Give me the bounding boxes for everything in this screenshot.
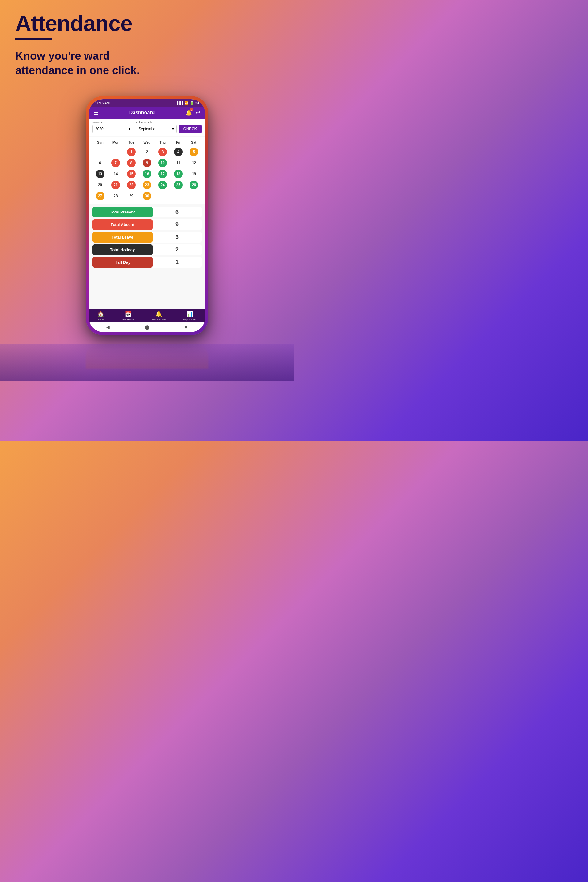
calendar-day[interactable]: 17 (155, 169, 170, 179)
calendar-day[interactable]: 21 (108, 180, 123, 190)
calendar-day[interactable] (155, 191, 170, 201)
day-thu: Thu (154, 140, 170, 146)
home-button[interactable]: ⬤ (145, 325, 150, 330)
phone-outer: 11:15 AM ▐▐▐ 📶 🔋 23 ☰ Dashboard 🔔 (86, 96, 208, 335)
calendar-day[interactable]: 27 (93, 191, 108, 201)
stat-value: 1 (153, 259, 201, 266)
stat-row: Half Day1 (93, 257, 201, 268)
page-wrapper: Attendance Know you're ward attendance i… (0, 0, 294, 441)
calendar-day[interactable]: 3 (155, 147, 170, 157)
bottom-nav-icon: 📊 (186, 311, 193, 318)
recent-button[interactable]: ■ (185, 325, 188, 330)
bottom-nav: 🏠Home📅Attendance🔔Notice Board📊Report Car… (89, 309, 205, 322)
bottom-nav-icon: 📅 (124, 311, 131, 318)
year-value: 2020 (95, 127, 104, 131)
calendar-day[interactable]: 9 (140, 158, 154, 168)
bottom-nav-label: Attendance (122, 318, 134, 321)
stat-value: 3 (153, 234, 201, 240)
calendar-day[interactable]: 16 (140, 169, 154, 179)
bottom-nav-icon: 🏠 (98, 311, 104, 318)
calendar-day[interactable]: 11 (171, 158, 186, 168)
check-button[interactable]: CHECK (179, 124, 201, 133)
stat-row: Total Absent9 (93, 219, 201, 230)
calendar: Sun Mon Tue Wed Thu Fri Sat 123456789101… (89, 137, 205, 204)
wifi-icon: 📶 (184, 101, 189, 105)
calendar-day[interactable] (108, 147, 123, 157)
stat-label[interactable]: Total Present (93, 207, 153, 218)
calendar-day[interactable]: 20 (93, 180, 108, 190)
calendar-day[interactable]: 5 (186, 147, 201, 157)
stat-row: Total Present6 (93, 207, 201, 218)
calendar-day[interactable]: 10 (155, 158, 170, 168)
day-mon: Mon (108, 140, 124, 146)
stat-label[interactable]: Half Day (93, 257, 153, 268)
bottom-nav-item[interactable]: 🔔Notice Board (152, 311, 166, 321)
back-button[interactable]: ◀ (106, 325, 110, 330)
calendar-day[interactable]: 13 (93, 169, 108, 179)
calendar-day[interactable]: 30 (140, 191, 154, 201)
title-underline (15, 38, 52, 40)
calendar-day[interactable]: 8 (124, 158, 139, 168)
calendar-day[interactable]: 26 (186, 180, 201, 190)
calendar-day[interactable] (93, 147, 108, 157)
calendar-day[interactable]: 2 (140, 147, 154, 157)
stat-label[interactable]: Total Absent (93, 219, 153, 230)
phone-container: 11:15 AM ▐▐▐ 📶 🔋 23 ☰ Dashboard 🔔 (0, 96, 294, 335)
month-select[interactable]: September ▾ (136, 124, 176, 133)
calendar-day[interactable]: 18 (171, 169, 186, 179)
calendar-grid: 1234567891011121314151617181920212223242… (93, 147, 201, 201)
day-sun: Sun (93, 140, 108, 146)
stat-value: 9 (153, 221, 201, 228)
calendar-day[interactable]: 14 (108, 169, 123, 179)
bottom-nav-item[interactable]: 🏠Home (98, 311, 104, 321)
month-chevron: ▾ (172, 127, 174, 131)
day-tue: Tue (124, 140, 140, 146)
stat-label[interactable]: Total Leave (93, 232, 153, 243)
main-content[interactable]: Select Year 2020 ▾ Select Month Septembe… (89, 118, 205, 309)
nav-bar: ☰ Dashboard 🔔 0 ↩ (89, 107, 205, 118)
bottom-nav-item[interactable]: 📅Attendance (122, 311, 134, 321)
calendar-day[interactable]: 23 (140, 180, 154, 190)
filter-row: Select Year 2020 ▾ Select Month Septembe… (89, 118, 205, 136)
calendar-day[interactable]: 4 (171, 147, 186, 157)
battery-level: 23 (195, 101, 199, 105)
calendar-day[interactable]: 6 (93, 158, 108, 168)
nav-icons: 🔔 0 ↩ (185, 110, 200, 116)
battery-icon: 🔋 (190, 101, 194, 105)
calendar-day[interactable]: 12 (186, 158, 201, 168)
reflection-area (0, 344, 294, 381)
calendar-day[interactable]: 24 (155, 180, 170, 190)
calendar-day[interactable] (171, 191, 186, 201)
calendar-day[interactable]: 22 (124, 180, 139, 190)
stat-label[interactable]: Total Holiday (93, 244, 153, 255)
signal-icon: ▐▐▐ (176, 101, 183, 105)
stat-row: Total Holiday2 (93, 244, 201, 255)
month-label: Select Month (136, 121, 176, 124)
calendar-day[interactable]: 1 (124, 147, 139, 157)
calendar-day[interactable] (186, 191, 201, 201)
system-nav: ◀ ⬤ ■ (89, 322, 205, 332)
logout-icon[interactable]: ↩ (196, 110, 200, 116)
notification-icon[interactable]: 🔔 0 (185, 110, 192, 116)
hamburger-icon[interactable]: ☰ (94, 110, 99, 116)
calendar-header: Sun Mon Tue Wed Thu Fri Sat (93, 140, 201, 146)
month-value: September (138, 127, 156, 131)
bottom-nav-icon: 🔔 (155, 311, 162, 318)
nav-title: Dashboard (129, 110, 155, 116)
calendar-day[interactable]: 29 (124, 191, 139, 201)
stat-value: 2 (153, 246, 201, 253)
year-select[interactable]: 2020 ▾ (93, 124, 133, 133)
calendar-day[interactable]: 19 (186, 169, 201, 179)
day-fri: Fri (170, 140, 186, 146)
bottom-nav-label: Home (98, 318, 104, 321)
subtitle: Know you're ward attendance in one click… (15, 49, 162, 78)
bottom-nav-item[interactable]: 📊Report Card (183, 311, 196, 321)
phone-inner: 11:15 AM ▐▐▐ 📶 🔋 23 ☰ Dashboard 🔔 (89, 99, 205, 332)
calendar-day[interactable]: 15 (124, 169, 139, 179)
calendar-day[interactable]: 28 (108, 191, 123, 201)
day-wed: Wed (140, 140, 155, 146)
calendar-day[interactable]: 25 (171, 180, 186, 190)
status-bar: 11:15 AM ▐▐▐ 📶 🔋 23 (89, 99, 205, 107)
calendar-day[interactable]: 7 (108, 158, 123, 168)
year-filter-group: Select Year 2020 ▾ (93, 121, 133, 133)
